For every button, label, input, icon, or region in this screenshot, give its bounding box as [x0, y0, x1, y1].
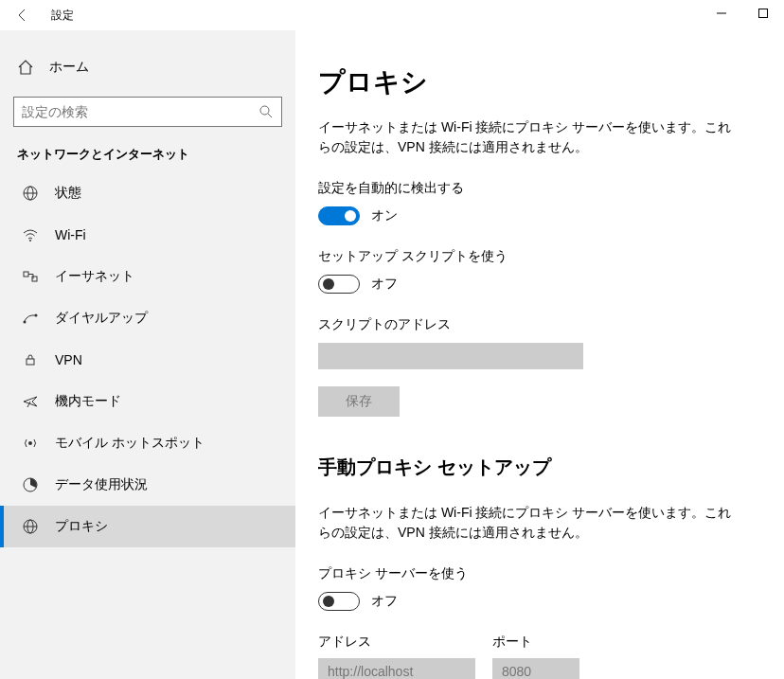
search-box[interactable] — [13, 97, 282, 127]
sidebar-item-label: モバイル ホットスポット — [55, 435, 205, 452]
data-usage-icon — [22, 476, 39, 493]
script-address-label: スクリプトのアドレス — [318, 316, 757, 333]
use-proxy-label: プロキシ サーバーを使う — [318, 565, 757, 582]
sidebar-item-label: Wi-Fi — [55, 227, 86, 242]
maximize-icon — [758, 9, 768, 18]
sidebar-item-status[interactable]: 状態 — [0, 172, 295, 214]
sidebar-item-ethernet[interactable]: イーサネット — [0, 256, 295, 297]
maximize-button[interactable] — [742, 0, 784, 27]
wifi-icon — [22, 226, 39, 243]
svg-rect-12 — [27, 359, 34, 365]
page-title: プロキシ — [318, 64, 757, 100]
window-controls — [701, 0, 784, 27]
content-area: プロキシ イーサネットまたは Wi-Fi 接続にプロキシ サーバーを使います。こ… — [295, 30, 784, 679]
toggle-knob — [323, 278, 334, 290]
toggle-knob — [323, 596, 334, 607]
toggle-knob — [345, 210, 356, 222]
svg-point-7 — [29, 240, 31, 241]
auto-detect-toggle-row: オン — [318, 206, 757, 225]
category-header: ネットワークとインターネット — [0, 127, 295, 172]
svg-rect-8 — [24, 272, 28, 277]
globe-icon — [22, 185, 39, 202]
body: ホーム ネットワークとインターネット 状態 Wi-Fi イーサネット ダイヤルア… — [0, 30, 784, 679]
sidebar-item-proxy[interactable]: プロキシ — [0, 506, 295, 547]
address-input[interactable] — [318, 658, 475, 679]
window-title: 設定 — [51, 8, 74, 24]
hotspot-icon — [22, 435, 39, 452]
auto-detect-label: 設定を自動的に検出する — [318, 180, 757, 197]
manual-proxy-description: イーサネットまたは Wi-Fi 接続にプロキシ サーバーを使います。これらの設定… — [318, 503, 735, 543]
sidebar-item-vpn[interactable]: VPN — [0, 339, 295, 381]
sidebar-item-dialup[interactable]: ダイヤルアップ — [0, 297, 295, 339]
airplane-icon — [22, 393, 39, 410]
home-icon — [17, 59, 34, 76]
svg-line-3 — [268, 114, 272, 117]
svg-point-10 — [24, 321, 27, 324]
port-input[interactable] — [492, 658, 579, 679]
address-port-row: アドレス ポート — [318, 634, 757, 679]
svg-point-13 — [28, 441, 32, 445]
minimize-button[interactable] — [701, 0, 742, 27]
search-input[interactable] — [22, 104, 258, 119]
sidebar-item-label: 状態 — [55, 185, 81, 202]
titlebar: 設定 — [0, 0, 784, 30]
manual-proxy-title: 手動プロキシ セットアップ — [318, 455, 757, 480]
use-proxy-toggle[interactable] — [318, 592, 360, 611]
sidebar-item-label: ダイヤルアップ — [55, 310, 148, 327]
sidebar-item-label: イーサネット — [55, 268, 134, 285]
sidebar-item-airplane[interactable]: 機内モード — [0, 381, 295, 422]
minimize-icon — [717, 9, 726, 18]
svg-point-2 — [260, 106, 269, 115]
setup-script-toggle[interactable] — [318, 275, 360, 294]
sidebar-item-label: 機内モード — [55, 393, 121, 410]
use-proxy-toggle-state: オフ — [371, 593, 398, 610]
search-icon — [258, 104, 274, 119]
auto-detect-toggle-state: オン — [371, 207, 398, 224]
script-address-input[interactable] — [318, 343, 583, 369]
dialup-icon — [22, 310, 39, 327]
save-button[interactable]: 保存 — [318, 386, 400, 417]
port-label: ポート — [492, 634, 579, 651]
auto-detect-toggle[interactable] — [318, 206, 360, 225]
ethernet-icon — [22, 268, 39, 285]
use-proxy-toggle-row: オフ — [318, 592, 757, 611]
globe-icon — [22, 518, 39, 535]
setup-script-label: セットアップ スクリプトを使う — [318, 248, 757, 265]
back-button[interactable] — [11, 4, 34, 27]
proxy-description: イーサネットまたは Wi-Fi 接続にプロキシ サーバーを使います。これらの設定… — [318, 117, 735, 157]
setup-script-toggle-row: オフ — [318, 275, 757, 294]
home-label: ホーム — [49, 59, 89, 76]
sidebar-item-data-usage[interactable]: データ使用状況 — [0, 464, 295, 506]
sidebar-item-hotspot[interactable]: モバイル ホットスポット — [0, 422, 295, 464]
sidebar-item-label: データ使用状況 — [55, 476, 148, 493]
sidebar: ホーム ネットワークとインターネット 状態 Wi-Fi イーサネット ダイヤルア… — [0, 30, 295, 679]
sidebar-item-label: プロキシ — [55, 518, 108, 535]
sidebar-item-label: VPN — [55, 352, 82, 367]
setup-script-toggle-state: オフ — [371, 276, 398, 293]
arrow-left-icon — [15, 8, 30, 23]
svg-point-11 — [35, 314, 38, 317]
vpn-icon — [22, 351, 39, 368]
svg-rect-1 — [759, 9, 768, 18]
address-label: アドレス — [318, 634, 475, 651]
sidebar-item-wifi[interactable]: Wi-Fi — [0, 214, 295, 256]
home-button[interactable]: ホーム — [0, 49, 295, 85]
